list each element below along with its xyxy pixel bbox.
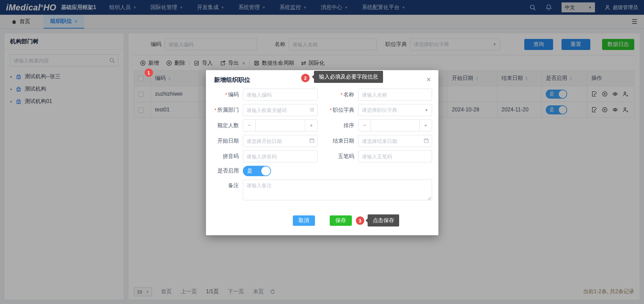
minus-button[interactable]: −: [359, 120, 371, 131]
plus-button[interactable]: +: [305, 120, 317, 131]
code-input[interactable]: [243, 89, 318, 101]
tour-step-3-badge: 3: [356, 216, 364, 225]
calendar-icon[interactable]: [423, 138, 429, 144]
tour-step-3-tooltip: 点击保存: [368, 214, 399, 226]
dict-select[interactable]: 请选择职位字典 ▼: [358, 104, 432, 116]
end-date-label: 结束日期: [318, 138, 358, 145]
resize-handle-icon[interactable]: [428, 197, 431, 200]
tour-step-2-badge: 2: [301, 74, 310, 82]
remark-label: 备注: [213, 180, 243, 189]
required-star: *: [330, 107, 332, 113]
remark-textarea[interactable]: [243, 180, 432, 200]
code-label: *编码: [213, 91, 243, 98]
calendar-icon[interactable]: [309, 138, 315, 144]
start-date-input[interactable]: [243, 135, 318, 147]
chevron-down-icon: ▼: [425, 108, 428, 112]
close-icon[interactable]: ×: [426, 76, 431, 83]
start-date-label: 开始日期: [213, 138, 243, 145]
dept-label: *所属部门: [213, 107, 243, 114]
modal-footer: 取消 保存: [206, 215, 438, 226]
pinyin-input[interactable]: [243, 150, 318, 162]
tour-step-2-tooltip: 输入必填及必要字段信息: [314, 71, 383, 83]
save-button[interactable]: 保存: [330, 215, 352, 226]
sort-label: 排序: [318, 122, 358, 129]
modal-title: 新增组织职位: [214, 76, 250, 84]
name-label: *名称: [318, 91, 358, 98]
modal-form: *编码 *名称 *所属部门 *职位字典 请选择职位字典: [206, 84, 438, 202]
toggle-knob: [261, 166, 270, 175]
pinyin-label: 拼音码: [213, 153, 243, 160]
tour-step-1-badge: 1: [145, 68, 153, 77]
quota-stepper: − +: [243, 119, 318, 132]
plus-button[interactable]: +: [419, 120, 432, 131]
sort-stepper: − +: [358, 119, 432, 132]
dept-search-input[interactable]: [243, 104, 318, 116]
enabled-toggle[interactable]: 是: [243, 166, 271, 176]
enabled-label: 是否启用: [213, 167, 243, 174]
minus-button[interactable]: −: [243, 120, 256, 131]
cancel-button[interactable]: 取消: [293, 215, 315, 226]
quota-label: 额定人数: [213, 122, 243, 129]
list-select-icon[interactable]: [309, 107, 315, 113]
wubi-label: 五笔码: [318, 153, 358, 160]
sort-input[interactable]: [371, 120, 419, 131]
quota-input[interactable]: [256, 120, 305, 131]
required-star: *: [225, 92, 227, 97]
required-star: *: [214, 107, 216, 113]
wubi-input[interactable]: [358, 150, 432, 162]
dict-label: *职位字典: [318, 107, 358, 114]
add-org-position-modal: 新增组织职位 × *编码 *名称 *所属部门 *职位字典: [206, 70, 438, 235]
required-star: *: [340, 92, 342, 97]
end-date-input[interactable]: [358, 135, 432, 147]
name-input[interactable]: [358, 89, 432, 101]
